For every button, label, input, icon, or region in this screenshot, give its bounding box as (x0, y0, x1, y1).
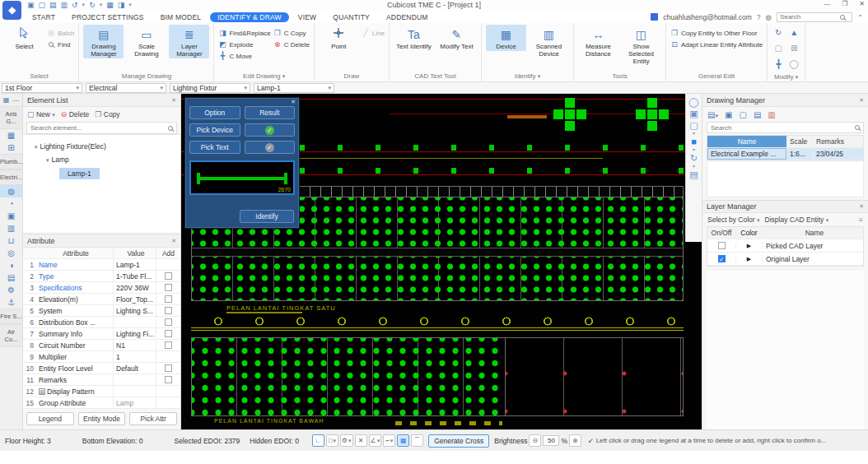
element-search-input[interactable] (30, 124, 168, 132)
brightness-decrease-button[interactable]: ⊖ (529, 434, 541, 447)
pick-device-button[interactable]: Pick Device (189, 123, 240, 137)
attribute-row-multiplier[interactable]: 9Multiplier1 (23, 351, 180, 363)
cad-canvas[interactable]: PELAN LANTAI TINGKAT SATU PELAN LANTAI T… (181, 94, 702, 429)
pick-text-status[interactable]: ✓ (245, 141, 296, 154)
tab-quantity[interactable]: QUANTITY (325, 12, 377, 22)
group-label-modify[interactable]: Modify ▾ (772, 72, 800, 82)
group-label-identify[interactable]: Identify ▾ (486, 72, 569, 81)
grounding-icon[interactable]: ⚓ (0, 296, 22, 309)
delete-element-button[interactable]: ⊖ Delete (61, 110, 90, 118)
new-element-button[interactable]: ▢ New ▾ (27, 110, 55, 118)
select-by-color-dropdown[interactable]: Select by Color ▾ (707, 216, 760, 224)
scale-drawing-button[interactable]: ▭Scale Drawing (126, 25, 166, 58)
whats-new-bulb-icon[interactable]: ◍ (765, 13, 771, 21)
rotate-view-icon[interactable]: ↻ (690, 153, 698, 164)
close-icon[interactable]: ✕ (859, 97, 864, 104)
collapse-strip-icon[interactable]: — (12, 96, 19, 104)
drawing-manager-button[interactable]: ▤Drawing Manager (83, 25, 124, 58)
remove-drawing-button[interactable]: ▥ (768, 110, 775, 119)
c-delete-button[interactable]: ⊗C Delete (273, 40, 310, 49)
move-entity-icon[interactable]: ╋ (772, 59, 785, 72)
attribute-row-entity-floor-level[interactable]: 10Entity Floor LevelDefault (23, 363, 180, 374)
panel-toggle-icon[interactable]: ▦ (3, 96, 10, 104)
point-button[interactable]: Point (319, 25, 359, 51)
element-select[interactable]: Lamp-1▾ (254, 83, 334, 93)
line-button[interactable]: ╱Line (362, 29, 385, 37)
group-label-edit-drawing[interactable]: Edit Drawing ▾ (218, 72, 309, 81)
attribute-row-group-attribute[interactable]: 15Group AttributeLamp (23, 397, 180, 409)
add-checkbox[interactable] (165, 272, 172, 280)
identify-button[interactable]: Identify (240, 210, 294, 223)
close-icon[interactable]: ✕ (171, 238, 176, 244)
collapse-ribbon-icon[interactable]: ⌃ (857, 13, 863, 21)
chevron-down-icon[interactable]: ▾ (693, 132, 695, 136)
add-checkbox[interactable] (165, 341, 172, 349)
pan-icon[interactable]: ▣ (689, 109, 698, 119)
secondary-axis-icon[interactable]: ⊞ (0, 142, 22, 154)
rectangle-mode-button[interactable]: □▾ (326, 434, 338, 447)
minimize-button[interactable]: — (824, 0, 830, 7)
help-icon[interactable]: ? (757, 13, 761, 21)
axis-grid-icon[interactable]: ▦ (0, 129, 22, 142)
app-logo-icon[interactable]: ◆ (2, 1, 21, 20)
trim-icon[interactable]: ⊠ (787, 44, 800, 57)
layer-row-picked-cad[interactable]: ▶ Picked CAD Layer (707, 239, 863, 253)
half-fitting-icon[interactable]: ◑ (0, 259, 22, 271)
attribute-row-type[interactable]: 2Type1-Tube Fl... (23, 271, 180, 282)
offset-icon[interactable]: ▢ (772, 44, 785, 57)
drawing-search-box[interactable] (707, 122, 864, 133)
floor-select[interactable]: 1st Floor▾ (2, 83, 82, 93)
layer-visibility-checkbox[interactable] (718, 242, 726, 249)
attribute-row-system[interactable]: 5SystemLighting S... (23, 305, 180, 317)
layer-row-original[interactable]: ✓ ▶ Original Layer (707, 253, 863, 266)
pump-icon[interactable]: ⚙ (0, 284, 22, 296)
mirror-icon[interactable]: ◯ (787, 59, 800, 72)
fan-icon[interactable]: ◎ (0, 247, 22, 259)
result-button[interactable]: Result (245, 106, 296, 119)
add-drawing-button[interactable]: ▤▾ (707, 110, 718, 119)
layer-manager-button[interactable]: ≣Layer Manager (169, 25, 209, 58)
tree-item-lamp-1-selected[interactable]: Lamp-1 (59, 168, 100, 179)
panel-menu-icon[interactable]: ≡ (859, 216, 863, 224)
close-button[interactable]: ✕ (859, 0, 865, 7)
scanned-device-button[interactable]: ▥Scanned Device (529, 25, 569, 58)
cancel-button[interactable]: ✕ (355, 434, 367, 447)
section-axis-grid[interactable]: Axis G... (0, 106, 22, 129)
generate-cross-button[interactable]: Generate Cross (428, 434, 489, 448)
pick-device-status[interactable]: ✓ (245, 123, 296, 137)
layer-visibility-checkbox[interactable]: ✓ (718, 255, 726, 262)
chevron-down-icon[interactable]: ▾ (693, 165, 695, 169)
tab-addendum[interactable]: ADDENDUM (379, 12, 436, 22)
curve-tool-button[interactable]: ⌒ (411, 434, 423, 447)
pick-attr-button[interactable]: Pick Attr (129, 412, 177, 425)
brightness-value[interactable]: 50 (543, 435, 559, 446)
pick-text-button[interactable]: Pick Text (189, 141, 240, 154)
measure-distance-button[interactable]: ↔Measure Distance (578, 25, 618, 58)
discipline-select[interactable]: Electrical▾ (86, 83, 166, 93)
add-checkbox[interactable] (165, 318, 172, 326)
copy-element-button[interactable]: ❐ Copy (95, 110, 119, 118)
orbit-icon[interactable]: ◯ (688, 97, 698, 108)
drawing-search-input[interactable] (711, 124, 855, 132)
tab-view[interactable]: VIEW (291, 12, 324, 22)
section-electrical[interactable]: Electri... (0, 169, 22, 185)
brightness-increase-button[interactable]: ⊕ (569, 434, 581, 447)
expand-icon[interactable]: ⊞ (39, 388, 45, 395)
current-view-icon[interactable]: ■ (691, 137, 697, 147)
adapt-linear-entity-button[interactable]: ⊡Adapt Linear Entity Attribute (670, 40, 763, 49)
export-drawing-button[interactable]: ▢ (739, 110, 746, 119)
copy-entity-other-floor-button[interactable]: ❐Copy Entity to Other Floor (670, 29, 763, 37)
attribute-row-elevation[interactable]: 4Elevation(m)Floor_Top... (23, 294, 180, 305)
maximize-button[interactable]: ❐ (842, 0, 847, 7)
close-icon[interactable]: ✕ (859, 203, 864, 210)
modify-text-button[interactable]: ✎Modify Text (436, 25, 477, 51)
ortho-mode-button[interactable]: ⌐▾ (383, 434, 395, 447)
cable-tray-icon[interactable]: ▤ (0, 271, 22, 284)
add-checkbox[interactable] (165, 364, 172, 372)
ribbon-search-box[interactable] (777, 12, 852, 22)
legend-button[interactable]: Legend (26, 412, 74, 425)
tab-bim-model[interactable]: BIM MODEL (153, 12, 209, 22)
c-move-button[interactable]: ╋C Move (218, 52, 270, 60)
color-swatch-icon[interactable]: ▶ (735, 256, 762, 262)
locate-drawing-button[interactable]: ▤ (754, 110, 761, 119)
